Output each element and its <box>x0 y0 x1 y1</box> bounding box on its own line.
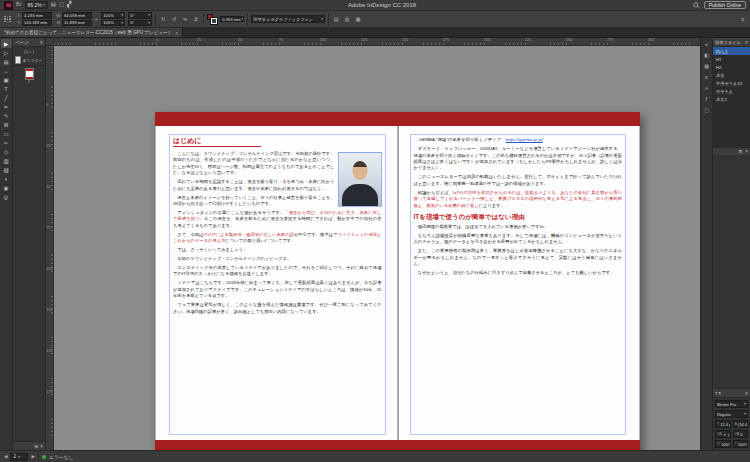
screen-mode-icon[interactable]: ▢ <box>59 2 64 8</box>
type-tool[interactable]: T <box>1 84 12 93</box>
y-position-field[interactable]: 140.183 mm <box>22 20 52 27</box>
font-family-dropdown[interactable]: 漢字タイポグラフィックフォン▾ <box>251 15 325 23</box>
stock-search-icon[interactable] <box>693 1 701 9</box>
tracking-field[interactable]: VA0 <box>733 430 749 438</box>
stroke-weight-field[interactable]: 0.353 mm▾ <box>220 16 244 23</box>
gradient-feather-tool[interactable]: ▨ <box>1 165 12 174</box>
pencil-tool[interactable]: ✎ <box>1 111 12 120</box>
flip-horizontal-icon[interactable]: ⇋ <box>181 15 189 23</box>
scale-y-field[interactable]: 100%▾ <box>101 20 125 27</box>
portrait-photo-frame[interactable] <box>338 152 382 207</box>
rectangle-tool[interactable]: ▭ <box>1 129 12 138</box>
vertical-ruler[interactable]: 0255075100125150175 <box>46 46 54 450</box>
gradient-tool[interactable]: ▥ <box>1 156 12 165</box>
panel-menu-icon[interactable]: ≡ <box>40 40 43 45</box>
line-tool[interactable]: ╱ <box>1 93 12 102</box>
page-right[interactable]: → GEMBA “現場”の未来を切り拓くメディア https://gemba-p… <box>398 112 641 450</box>
pages-panel-tab[interactable]: ページ≡ <box>13 38 45 47</box>
paragraph-style-item[interactable]: 中央ぞろえV2 <box>713 79 750 87</box>
delete-style-icon[interactable]: × <box>745 149 748 154</box>
right-text-frame[interactable]: → GEMBA “現場”の未来を切り拓くメディア https://gemba-p… <box>410 134 627 435</box>
page-left[interactable]: はじめに こんにちは。ラウンドナップ・コンサルティング宮山です。令和初の発行です… <box>155 112 398 450</box>
leading-field[interactable]: A(14.4 pt) <box>733 420 749 428</box>
bridge-icon[interactable]: Br <box>16 2 22 8</box>
cc-libraries-panel-icon[interactable]: ▢ <box>702 105 711 114</box>
direct-selection-tool[interactable]: ▷ <box>1 48 12 57</box>
width-field[interactable]: 64.059 mm <box>62 12 92 19</box>
paragraph-style-item[interactable]: 本文2 <box>713 95 750 103</box>
paragraph-style-item[interactable]: 右ぞろえ <box>713 87 750 95</box>
paragraph-style-item[interactable]: H1 <box>713 55 750 63</box>
none-master-item[interactable]: [なし] <box>13 47 45 55</box>
rotate-ccw-icon[interactable]: ↺ <box>170 15 178 23</box>
paragraph-styles-panel-tab[interactable]: 段落スタイル ≡ <box>713 38 750 47</box>
effects-panel-icon[interactable]: ƒ <box>702 94 711 103</box>
ruler-origin[interactable] <box>46 38 54 46</box>
publish-online-button[interactable]: Publish Online <box>704 1 746 9</box>
free-transform-tool[interactable]: ◇ <box>1 147 12 156</box>
scale-x-field[interactable]: 100%▾ <box>101 12 125 19</box>
next-page-icon[interactable]: ▶ <box>31 454 34 459</box>
left-text-frame[interactable]: はじめに こんにちは。ラウンドナップ・コンサルティング宮山です。令和初の発行です… <box>169 134 386 435</box>
page-number-field[interactable]: 2▾ <box>10 453 28 461</box>
links-panel-icon[interactable]: ∞ <box>702 83 711 92</box>
vertical-scale-field[interactable]: IT100% <box>715 440 731 448</box>
horizontal-scale-field[interactable]: T100% <box>733 440 749 448</box>
horizontal-ruler[interactable]: 0255075100125150175200225250275300 <box>54 38 700 46</box>
paragraph-style-item[interactable]: 本文 <box>713 71 750 79</box>
view-options-icon[interactable]: ▤ <box>51 2 56 8</box>
a-master-item[interactable]: A-マスター <box>13 55 45 66</box>
constrain-proportions-icon[interactable]: ∞ <box>95 17 98 22</box>
delete-page-icon[interactable]: × <box>40 444 43 449</box>
swatches-panel-icon[interactable]: ▦ <box>702 61 711 70</box>
flip-vertical-icon[interactable]: ⇵ <box>192 15 200 23</box>
pasteboard[interactable]: はじめに こんにちは。ラウンドナップ・コンサルティング宮山です。令和初の発行です… <box>54 46 700 450</box>
collapse-panels-icon[interactable]: « <box>702 39 711 48</box>
paragraph-style-item[interactable]: H2 <box>713 63 750 71</box>
page-thumbnail[interactable]: 1 <box>25 68 34 85</box>
character-panel-tab[interactable]: T ¶ ≡ <box>713 389 750 398</box>
content-collector-tool[interactable]: ▣ <box>1 75 12 84</box>
gemba-link[interactable]: https://gemba-pi.jp/ <box>506 137 543 142</box>
gap-tool[interactable]: ↔ <box>1 66 12 75</box>
zoom-level-dropdown[interactable]: 86.2% ▾ <box>25 1 48 9</box>
preflight-status-label[interactable]: エラーなし <box>49 454 73 460</box>
zoom-tool[interactable]: ◎ <box>1 192 12 201</box>
panel-menu-icon[interactable]: ≡ <box>745 40 748 45</box>
hand-tool[interactable]: ◉ <box>1 183 12 192</box>
panel-menu-icon[interactable]: ≡ <box>745 391 748 396</box>
new-style-icon[interactable]: ⊞ <box>739 149 743 154</box>
font-size-field[interactable]: T12.4 pt <box>715 420 731 428</box>
arrange-documents-icon[interactable]: ▞ <box>67 2 71 8</box>
paragraph-tab-icon[interactable]: ¶ <box>719 391 721 396</box>
stroke-color-swatch[interactable] <box>211 18 217 24</box>
page-tool[interactable]: ▤ <box>1 57 12 66</box>
font-family-field[interactable]: Minion Pro▾ <box>715 400 748 408</box>
align-center-icon[interactable]: ▥ <box>343 15 351 23</box>
rotation-angle-field[interactable]: 0°▾ <box>128 12 152 19</box>
scissors-tool[interactable]: ✂ <box>1 138 12 147</box>
align-justify-icon[interactable]: ▦ <box>354 15 362 23</box>
rotate-cw-icon[interactable]: ↻ <box>159 15 167 23</box>
document-tab[interactable]: *初めてのお客様にとって…ニュースレター-CC2015（web 用 GPU プレ… <box>0 28 183 37</box>
x-position-field[interactable]: 4.233 mm <box>22 12 52 19</box>
color-panel-icon[interactable]: ◧ <box>702 50 711 59</box>
paragraph-style-item[interactable]: [なし] <box>713 47 750 55</box>
kerning-field[interactable]: VAメトリクス <box>715 430 731 438</box>
close-tab-icon[interactable]: × <box>175 30 178 36</box>
pen-tool[interactable]: ✒ <box>1 102 12 111</box>
fill-stroke-indicator[interactable] <box>207 14 217 24</box>
reference-point-proxy[interactable] <box>3 15 12 24</box>
selection-tool[interactable]: ▶ <box>1 39 12 48</box>
rectangle-frame-tool[interactable]: ⊠ <box>1 120 12 129</box>
stroke-panel-icon[interactable]: ≡ <box>702 72 711 81</box>
document-spread[interactable]: はじめに こんにちは。ラウンドナップ・コンサルティング宮山です。令和初の発行です… <box>155 112 640 450</box>
control-panel-menu-icon[interactable]: ≡ <box>739 15 747 23</box>
new-spread-icon[interactable]: ⊞ <box>34 444 38 449</box>
first-page-icon[interactable]: ◀ <box>4 454 7 459</box>
shear-angle-field[interactable]: 0°▾ <box>128 20 152 27</box>
font-style-field[interactable]: Regular▾ <box>715 410 748 418</box>
align-left-icon[interactable]: ▤ <box>332 15 340 23</box>
eyedropper-tool[interactable]: ◗ <box>1 174 12 183</box>
height-field[interactable]: 11.839 mm <box>62 20 92 27</box>
